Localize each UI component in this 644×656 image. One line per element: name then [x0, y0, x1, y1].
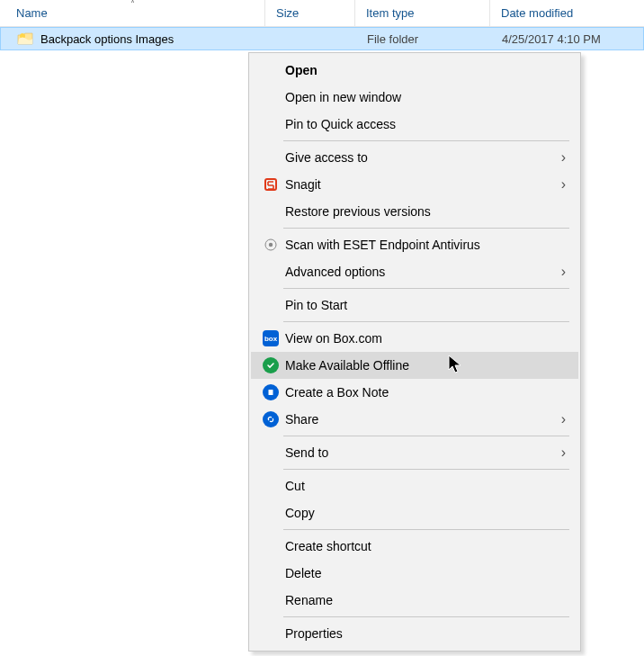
menu-copy-label: Copy: [282, 506, 566, 520]
note-circle-icon: [260, 384, 282, 400]
menu-delete[interactable]: Delete: [251, 560, 578, 587]
row-type-label: File folder: [356, 32, 491, 46]
menu-separator: [283, 469, 569, 470]
header-name[interactable]: Name ˄: [0, 0, 265, 26]
menu-view-box[interactable]: box View on Box.com: [251, 325, 578, 352]
row-modified-label: 4/25/2017 4:10 PM: [491, 32, 642, 46]
context-menu: Open Open in new window Pin to Quick acc…: [248, 52, 581, 652]
menu-scan-eset-label: Scan with ESET Endpoint Antivirus: [282, 238, 566, 252]
header-modified[interactable]: Date modified: [490, 0, 641, 26]
menu-pin-start[interactable]: Pin to Start: [251, 292, 578, 319]
menu-send-to[interactable]: Send to ›: [251, 439, 578, 466]
svg-rect-4: [269, 390, 273, 395]
menu-separator: [283, 288, 569, 289]
menu-rename[interactable]: Rename: [251, 587, 578, 614]
submenu-arrow-icon: ›: [561, 445, 566, 461]
menu-properties-label: Properties: [282, 626, 566, 641]
header-size[interactable]: Size: [265, 0, 355, 26]
menu-separator: [283, 228, 569, 229]
header-modified-label: Date modified: [501, 6, 573, 20]
submenu-arrow-icon: ›: [561, 411, 566, 427]
menu-cut-label: Cut: [282, 479, 566, 493]
menu-separator: [283, 529, 569, 530]
menu-restore-previous-label: Restore previous versions: [282, 204, 566, 219]
menu-create-shortcut-label: Create shortcut: [282, 539, 566, 553]
menu-restore-previous[interactable]: Restore previous versions: [251, 198, 578, 225]
menu-separator: [283, 616, 569, 617]
menu-separator: [283, 140, 569, 141]
menu-create-box-note[interactable]: Create a Box Note: [251, 379, 578, 406]
menu-advanced-options-label: Advanced options: [282, 265, 561, 279]
row-name-label: Backpack options Images: [40, 32, 174, 46]
menu-open[interactable]: Open: [251, 57, 578, 84]
eset-icon: [260, 238, 282, 251]
share-circle-icon: [260, 411, 282, 427]
menu-copy[interactable]: Copy: [251, 499, 578, 526]
svg-rect-1: [265, 179, 276, 190]
snagit-icon: [260, 177, 282, 192]
menu-cut[interactable]: Cut: [251, 472, 578, 499]
menu-snagit[interactable]: Snagit ›: [251, 171, 578, 198]
menu-pin-quick-access-label: Pin to Quick access: [282, 117, 566, 131]
submenu-arrow-icon: ›: [561, 264, 566, 280]
header-size-label: Size: [276, 6, 299, 20]
menu-separator: [283, 321, 569, 322]
header-type-label: Item type: [366, 6, 414, 20]
svg-point-3: [269, 243, 273, 247]
menu-make-available-offline-label: Make Available Offline: [282, 358, 566, 373]
menu-share[interactable]: Share ›: [251, 406, 578, 433]
menu-share-label: Share: [282, 412, 561, 427]
menu-open-new-window[interactable]: Open in new window: [251, 84, 578, 111]
menu-make-available-offline[interactable]: Make Available Offline: [251, 352, 578, 379]
header-name-label: Name: [16, 6, 48, 20]
menu-open-label: Open: [282, 63, 566, 77]
menu-scan-eset[interactable]: Scan with ESET Endpoint Antivirus: [251, 231, 578, 258]
menu-create-shortcut[interactable]: Create shortcut: [251, 533, 578, 560]
menu-open-new-window-label: Open in new window: [282, 90, 566, 104]
menu-create-box-note-label: Create a Box Note: [282, 385, 566, 400]
menu-send-to-label: Send to: [282, 445, 561, 460]
submenu-arrow-icon: ›: [561, 149, 566, 166]
menu-properties[interactable]: Properties: [251, 620, 578, 647]
menu-snagit-label: Snagit: [282, 177, 561, 192]
header-type[interactable]: Item type: [355, 0, 490, 26]
folder-icon: [17, 31, 33, 46]
sort-indicator-icon: ˄: [130, 0, 135, 9]
menu-pin-quick-access[interactable]: Pin to Quick access: [251, 111, 578, 138]
menu-give-access[interactable]: Give access to ›: [251, 144, 578, 171]
menu-view-box-label: View on Box.com: [282, 331, 566, 346]
column-headers: Name ˄ Size Item type Date modified: [0, 0, 644, 27]
table-row[interactable]: Backpack options Images File folder 4/25…: [0, 27, 644, 50]
submenu-arrow-icon: ›: [561, 176, 566, 193]
box-logo-icon: box: [260, 330, 282, 346]
menu-give-access-label: Give access to: [282, 150, 561, 165]
menu-separator: [283, 436, 569, 436]
check-circle-icon: [260, 357, 282, 373]
menu-advanced-options[interactable]: Advanced options ›: [251, 258, 578, 285]
menu-rename-label: Rename: [282, 593, 566, 607]
menu-pin-start-label: Pin to Start: [282, 298, 566, 312]
menu-delete-label: Delete: [282, 566, 566, 580]
